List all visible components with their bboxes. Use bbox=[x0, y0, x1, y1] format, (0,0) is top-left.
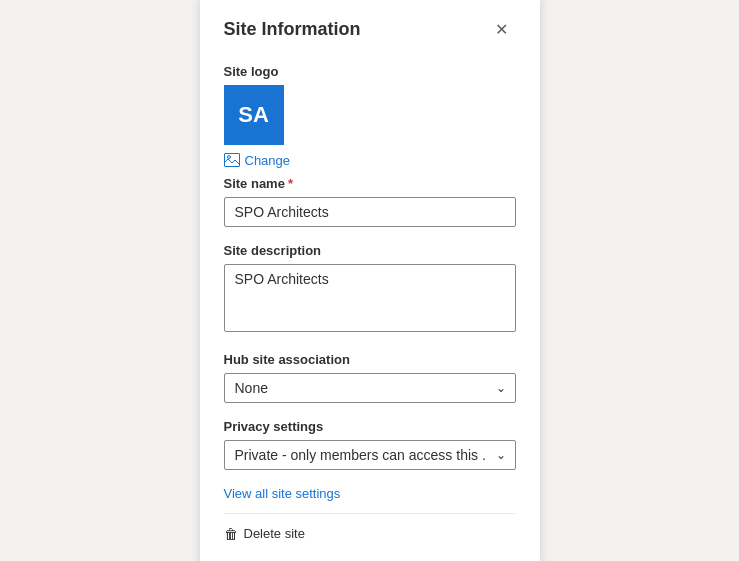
close-button[interactable]: ✕ bbox=[488, 16, 516, 44]
site-logo-section: Site logo SA Change bbox=[224, 64, 516, 168]
delete-site-label: Delete site bbox=[244, 526, 305, 541]
change-logo-button[interactable]: Change bbox=[224, 153, 291, 168]
change-logo-label: Change bbox=[245, 153, 291, 168]
hub-site-select-wrapper: None Hub 1 Hub 2 ⌄ bbox=[224, 373, 516, 403]
privacy-settings-label: Privacy settings bbox=[224, 419, 516, 434]
site-logo-initials: SA bbox=[238, 102, 269, 128]
panel-header: Site Information ✕ bbox=[224, 16, 516, 44]
privacy-settings-select-wrapper: Private - only members can access this .… bbox=[224, 440, 516, 470]
trash-icon: 🗑 bbox=[224, 526, 238, 542]
site-name-input[interactable] bbox=[224, 197, 516, 227]
divider bbox=[224, 513, 516, 514]
delete-site-button[interactable]: 🗑 Delete site bbox=[224, 526, 305, 542]
svg-point-1 bbox=[227, 156, 230, 159]
site-description-label: Site description bbox=[224, 243, 516, 258]
close-icon: ✕ bbox=[495, 20, 508, 39]
hub-site-section: Hub site association None Hub 1 Hub 2 ⌄ bbox=[224, 352, 516, 403]
site-name-label: Site name * bbox=[224, 176, 516, 191]
site-logo-box: SA bbox=[224, 85, 284, 145]
image-icon bbox=[224, 153, 240, 167]
site-description-section: Site description SPO Architects bbox=[224, 243, 516, 336]
required-indicator: * bbox=[288, 176, 293, 191]
site-information-panel: Site Information ✕ Site logo SA Change S… bbox=[200, 0, 540, 561]
view-all-site-settings-link[interactable]: View all site settings bbox=[224, 486, 516, 501]
hub-site-select[interactable]: None Hub 1 Hub 2 bbox=[224, 373, 516, 403]
hub-site-label: Hub site association bbox=[224, 352, 516, 367]
privacy-settings-select[interactable]: Private - only members can access this .… bbox=[224, 440, 516, 470]
site-logo-label: Site logo bbox=[224, 64, 516, 79]
privacy-settings-section: Privacy settings Private - only members … bbox=[224, 419, 516, 470]
site-name-section: Site name * bbox=[224, 176, 516, 227]
site-description-input[interactable]: SPO Architects bbox=[224, 264, 516, 332]
panel-title: Site Information bbox=[224, 19, 361, 40]
